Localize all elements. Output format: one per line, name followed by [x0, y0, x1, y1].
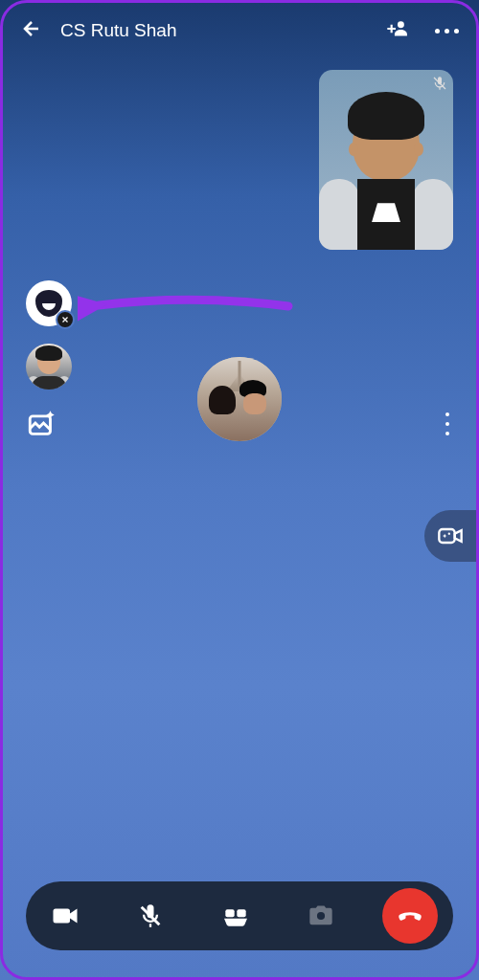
svg-rect-7 — [237, 909, 245, 917]
tutorial-pointer-arrow — [78, 282, 298, 334]
mic-muted-icon — [432, 76, 447, 95]
gallery-effects-icon[interactable] — [26, 407, 60, 441]
camera-button[interactable] — [41, 892, 89, 940]
header-actions — [383, 16, 459, 45]
back-arrow-icon[interactable] — [20, 17, 43, 44]
vertical-more-icon[interactable] — [445, 412, 449, 435]
video-effects-button[interactable] — [424, 510, 476, 562]
end-call-button[interactable] — [382, 888, 438, 944]
call-header: CS Rutu Shah — [3, 3, 476, 58]
avatar-toggle-button[interactable] — [26, 280, 72, 326]
side-buttons — [26, 280, 72, 441]
contact-avatar — [197, 357, 282, 441]
svg-point-8 — [317, 912, 325, 920]
avatar-option-button[interactable] — [26, 344, 72, 390]
more-menu-icon[interactable] — [435, 29, 459, 33]
svg-rect-6 — [225, 909, 234, 917]
close-icon[interactable] — [56, 310, 75, 329]
camera-switch-button[interactable] — [297, 892, 345, 940]
add-person-icon[interactable] — [383, 16, 408, 45]
mute-button[interactable] — [126, 892, 174, 940]
svg-rect-5 — [54, 909, 71, 924]
call-title: CS Rutu Shah — [60, 20, 366, 41]
svg-point-0 — [398, 21, 404, 28]
games-button[interactable] — [212, 892, 260, 940]
self-video-preview[interactable] — [319, 70, 453, 250]
svg-point-4 — [448, 533, 450, 535]
avatar — [319, 97, 453, 250]
call-controls-bar — [26, 881, 453, 950]
